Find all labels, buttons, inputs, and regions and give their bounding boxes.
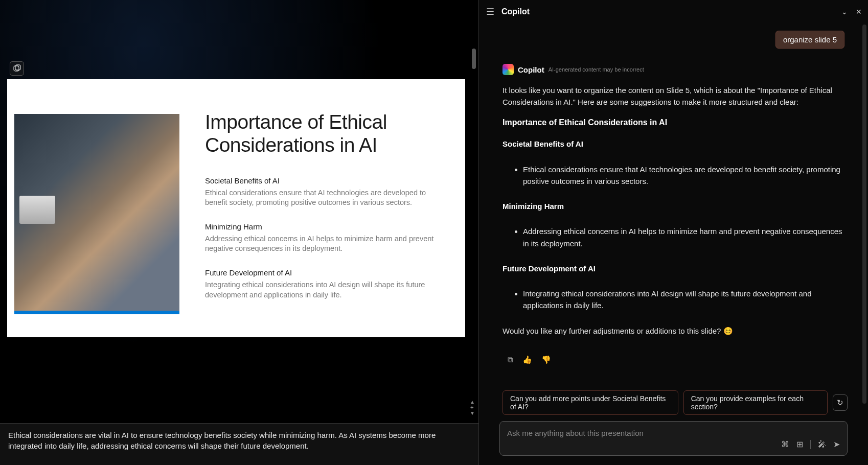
slide-section-body[interactable]: Ethical considerations ensure that AI te…	[205, 188, 445, 208]
ai-section-heading: Future Development of AI	[502, 263, 844, 274]
divider	[810, 440, 811, 449]
ai-section-heading: Minimizing Harm	[502, 200, 844, 212]
ai-disclaimer: AI-generated content may be incorrect	[549, 66, 644, 73]
copilot-icon	[13, 64, 21, 73]
chevron-down-icon[interactable]: ⌄	[841, 8, 848, 16]
slide-section-body[interactable]: Addressing ethical concerns in AI helps …	[205, 234, 445, 254]
ai-name: Copilot	[518, 65, 544, 74]
thumbs-down-icon[interactable]: 👎	[541, 355, 551, 364]
ai-bullet: Integrating ethical considerations into …	[523, 288, 844, 312]
copilot-logo-icon	[502, 64, 514, 75]
close-icon[interactable]: ✕	[856, 8, 862, 16]
suggestion-chip[interactable]: Can you add more points under Societal B…	[502, 390, 678, 415]
ai-message-header: Copilot AI-generated content may be inco…	[502, 64, 844, 75]
user-message[interactable]: organize slide 5	[775, 31, 844, 49]
copilot-header: ☰ Copilot ⌄ ✕	[479, 0, 868, 24]
ai-message-body: It looks like you want to organize the c…	[502, 84, 844, 337]
copy-icon[interactable]: ⧉	[508, 355, 513, 364]
slide-title[interactable]: Importance of Ethical Considerations in …	[205, 111, 450, 157]
slide-section-body[interactable]: Integrating ethical considerations into …	[205, 280, 445, 300]
copilot-title: Copilot	[501, 7, 530, 16]
ai-bullet: Addressing ethical concerns in AI helps …	[523, 225, 844, 249]
menu-icon[interactable]: ☰	[485, 6, 495, 17]
chat-messages: organize slide 5 Copilot AI-generated co…	[479, 24, 868, 384]
add-content-icon[interactable]: ⊞	[796, 439, 803, 449]
ai-intro-text: It looks like you want to organize the c…	[502, 84, 844, 108]
slide[interactable]: Importance of Ethical Considerations in …	[7, 79, 465, 337]
slide-text-content: Importance of Ethical Considerations in …	[179, 79, 465, 337]
speaker-notes[interactable]: Ethical considerations are vital in AI t…	[0, 423, 478, 465]
ai-section-heading: Societal Benefits of AI	[502, 138, 844, 150]
thumbs-up-icon[interactable]: 👍	[522, 355, 532, 364]
chat-input[interactable]	[507, 429, 781, 437]
suggestion-chip[interactable]: Can you provide examples for each sectio…	[683, 390, 828, 415]
ai-bullet: Ethical considerations ensure that AI te…	[523, 164, 844, 188]
feedback-actions: ⧉ 👍 👎	[502, 345, 844, 364]
slide-section-heading[interactable]: Minimizing Harm	[205, 222, 450, 231]
presentation-pane: Importance of Ethical Considerations in …	[0, 0, 478, 465]
ai-main-heading: Importance of Ethical Considerations in …	[502, 117, 844, 129]
copilot-slide-button[interactable]	[10, 61, 24, 76]
refresh-suggestions-button[interactable]: ↻	[833, 394, 848, 411]
suggestions-row: Can you add more points under Societal B…	[479, 384, 868, 419]
slide-image	[14, 114, 179, 314]
slide-nav-arrows[interactable]: ▲✦▼	[470, 400, 475, 416]
prompt-guide-icon[interactable]: ⌘	[781, 439, 789, 449]
chat-input-bar: ⌘ ⊞ 🎤︎ ➤	[499, 421, 848, 456]
send-icon[interactable]: ➤	[833, 439, 840, 449]
copilot-panel: ☰ Copilot ⌄ ✕ organize slide 5 Copilot A…	[478, 0, 868, 465]
microphone-icon[interactable]: 🎤︎	[818, 440, 826, 449]
ai-outro-text: Would you like any further adjustments o…	[502, 325, 844, 337]
slide-canvas-area: Importance of Ethical Considerations in …	[0, 0, 478, 423]
slide-section-heading[interactable]: Societal Benefits of AI	[205, 176, 450, 185]
slide-section-heading[interactable]: Future Development of AI	[205, 268, 450, 277]
